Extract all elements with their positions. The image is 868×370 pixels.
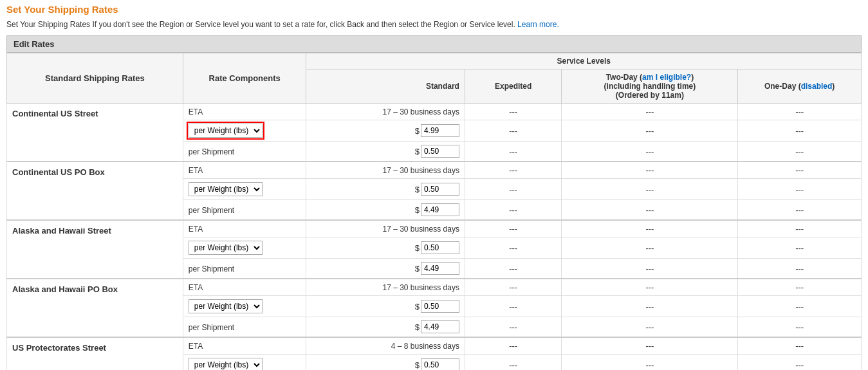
eta-label: ETA [189,342,203,351]
edit-rates-bar: Edit Rates [6,35,862,53]
two-day-cell: --- [562,279,738,296]
weight-select-cell[interactable]: per Weight (lbs)per Weight (kg)per Item [183,296,306,317]
expedited-cell: --- [465,317,562,338]
price-input[interactable] [421,124,459,137]
two-day-cell: --- [562,179,738,200]
rate-comp-cell: per Shipment [183,259,306,279]
two-day-cell: --- [562,296,738,317]
rate-components-header: Rate Components [183,53,306,104]
expedited-cell: --- [465,104,562,120]
eta-label: ETA [189,166,203,175]
weight-select-cell[interactable]: per Weight (lbs)per Weight (kg)per Item [183,179,306,200]
weight-select[interactable]: per Weight (lbs)per Weight (kg)per Item [189,299,263,313]
one-day-cell: --- [738,279,862,296]
one-day-cell: --- [738,200,862,221]
weight-select[interactable]: per Weight (lbs)per Weight (kg)per Item [189,241,263,255]
standard-cell: 17 – 30 business days [306,104,465,120]
one-day-cell: --- [738,259,862,279]
standard-cell[interactable]: $ [306,237,465,259]
price-input[interactable] [421,358,459,370]
standard-cell: 4 – 8 business days [306,337,465,355]
expedited-cell: --- [465,355,562,371]
eta-label: ETA [189,107,203,116]
rate-comp-cell: ETA [183,162,306,179]
service-levels-header: Service Levels [306,53,862,69]
weight-select-cell[interactable]: per Weight (lbs)per Weight (kg)per Item [183,237,306,259]
expedited-cell: --- [465,237,562,259]
standard-cell[interactable]: $ [306,120,465,142]
weight-select-cell[interactable]: per Weight (lbs)per Weight (kg)per Item [183,120,306,142]
weight-select[interactable]: per Weight (lbs)per Weight (kg)per Item [189,124,263,138]
dollar-sign: $ [415,360,420,370]
price-input[interactable] [421,241,459,254]
expedited-cell: --- [465,142,562,162]
region-label: Alaska and Hawaii PO Box [7,279,183,337]
standard-cell[interactable]: $ [306,179,465,200]
weight-select[interactable]: per Weight (lbs)per Weight (kg)per Item [189,358,263,370]
standard-shipping-header: Standard Shipping Rates [7,53,183,104]
expedited-cell: --- [465,337,562,355]
two-day-cell: --- [562,162,738,179]
rate-comp-cell: per Shipment [183,142,306,162]
standard-cell[interactable]: $ [306,259,465,279]
eta-label: ETA [189,283,203,292]
weight-select[interactable]: per Weight (lbs)per Weight (kg)per Item [189,182,263,196]
one-day-col-header: One-Day (disabled) [738,69,862,104]
expedited-cell: --- [465,279,562,296]
two-day-eligible-link[interactable]: am I eligible? [642,73,691,82]
expedited-cell: --- [465,259,562,279]
rate-comp-cell: ETA [183,279,306,296]
two-day-cell: --- [562,237,738,259]
weight-select-cell[interactable]: per Weight (lbs)per Weight (kg)per Item [183,355,306,371]
two-day-col-header: Two-Day (am I eligible?) (including hand… [562,69,738,104]
expedited-cell: --- [465,162,562,179]
one-day-cell: --- [738,104,862,120]
dollar-sign: $ [415,243,420,253]
price-input[interactable] [421,300,459,313]
price-input[interactable] [421,145,459,158]
standard-cell[interactable]: $ [306,317,465,338]
expedited-cell: --- [465,200,562,221]
dollar-sign: $ [415,185,420,194]
rate-comp-cell: per Shipment [183,317,306,338]
rate-comp-cell: ETA [183,104,306,120]
standard-col-header: Standard [306,69,465,104]
standard-cell[interactable]: $ [306,142,465,162]
one-day-disabled-link[interactable]: disabled [801,82,833,91]
price-input[interactable] [421,320,459,333]
two-day-cell: --- [562,142,738,162]
two-day-cell: --- [562,120,738,142]
rate-comp-cell: per Shipment [183,200,306,221]
expedited-col-header: Expedited [465,69,562,104]
standard-cell: 17 – 30 business days [306,220,465,237]
price-input[interactable] [421,262,459,275]
two-day-cell: --- [562,259,738,279]
per-shipment-label: per Shipment [189,147,234,156]
region-label: Continental US Street [7,104,183,162]
one-day-cell: --- [738,162,862,179]
dollar-sign: $ [415,205,420,215]
one-day-cell: --- [738,337,862,355]
learn-more-link[interactable]: Learn more. [517,20,559,29]
two-day-cell: --- [562,104,738,120]
price-input[interactable] [421,203,459,216]
dollar-sign: $ [415,147,420,156]
rate-comp-cell: ETA [183,337,306,355]
standard-cell[interactable]: $ [306,355,465,371]
per-shipment-label: per Shipment [189,323,234,332]
expedited-cell: --- [465,220,562,237]
one-day-cell: --- [738,179,862,200]
standard-cell[interactable]: $ [306,296,465,317]
standard-cell: 17 – 30 business days [306,162,465,179]
per-shipment-label: per Shipment [189,264,234,273]
region-label: Alaska and Hawaii Street [7,220,183,279]
expedited-cell: --- [465,120,562,142]
standard-cell[interactable]: $ [306,200,465,221]
price-input[interactable] [421,183,459,196]
region-label: Continental US PO Box [7,162,183,220]
dollar-sign: $ [415,126,420,136]
eta-label: ETA [189,225,203,234]
per-shipment-label: per Shipment [189,206,234,215]
two-day-cell: --- [562,337,738,355]
one-day-cell: --- [738,120,862,142]
